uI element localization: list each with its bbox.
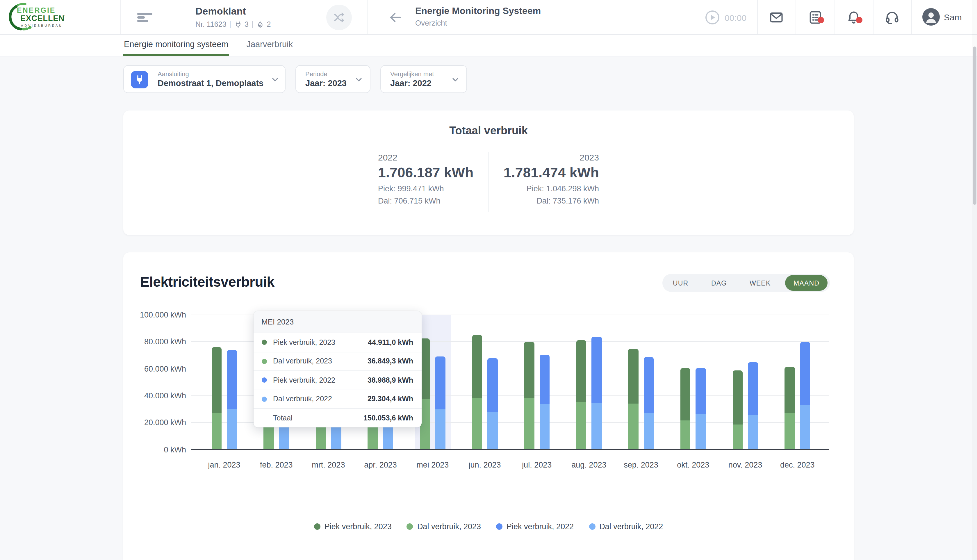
bar-jan-2023-2022[interactable]	[227, 350, 237, 448]
piek-segment	[576, 340, 586, 402]
chart-title: Elektriciteitsverbruik	[140, 274, 275, 290]
dal-segment	[800, 405, 810, 448]
timer-value: 00:00	[725, 13, 747, 22]
legend-dot	[589, 523, 595, 530]
bar-mei-2023-2023[interactable]	[420, 338, 430, 448]
totaal-verbruik-card: Totaal verbruik 2023 1.781.474 kWh Piek:…	[123, 110, 854, 235]
bar-okt-2023-2023[interactable]	[680, 368, 690, 448]
y-tick-label: 100.000 kWh	[116, 310, 186, 319]
filter-value: Jaar: 2022	[390, 78, 432, 88]
bar-aug-2023-2023[interactable]	[576, 340, 586, 448]
tooltip-row-value: 36.849,3 kWh	[368, 357, 413, 365]
tooltip-row: Dal verbruik, 202229.304,4 kWh	[253, 390, 421, 409]
header-divider	[757, 0, 758, 34]
headset-icon[interactable]	[885, 10, 900, 25]
dal-segment	[576, 402, 586, 448]
y-tick-label: 60.000 kWh	[116, 364, 186, 373]
tab-bar: Energie monitoring systeemJaarverbruik	[0, 34, 977, 57]
bar-jun-2023-2022[interactable]	[487, 358, 497, 448]
scrollbar-thumb[interactable]	[973, 47, 976, 205]
company-logo: ENERGIE EXCELLENT ADVIESBUREAU	[8, 3, 65, 32]
bar-sep-2023-2023[interactable]	[629, 348, 639, 448]
range-button-maand[interactable]: MAAND	[785, 275, 827, 291]
scrollbar[interactable]	[972, 0, 977, 560]
bar-aug-2023-2022[interactable]	[592, 337, 602, 448]
tooltip-row-value: 44.911,0 kWh	[368, 338, 413, 347]
filter-periode[interactable]: Periode Jaar: 2023	[295, 65, 370, 93]
dal-value-2022: Dal: 706.715 kWh	[378, 197, 473, 205]
shuffle-button[interactable]	[326, 5, 352, 30]
tab-jaarverbruik[interactable]: Jaarverbruik	[246, 34, 293, 56]
range-button-dag[interactable]: DAG	[703, 275, 735, 291]
y-tick-label: 40.000 kWh	[116, 392, 186, 400]
legend-label: Dal verbruik, 2023	[417, 522, 481, 531]
piek-segment	[539, 355, 550, 404]
news-list-icon[interactable]	[808, 10, 823, 25]
piek-segment	[748, 362, 758, 415]
bar-jul-2023-2023[interactable]	[524, 342, 534, 448]
bar-dec-2023-2022[interactable]	[800, 342, 810, 448]
bar-nov-2023-2023[interactable]	[732, 370, 743, 448]
tab-energie-monitoring-systeem[interactable]: Energie monitoring systeem	[123, 34, 229, 56]
piek-segment	[435, 357, 445, 409]
client-block: Demoklant Nr. 11623 | 3 | 2	[195, 6, 271, 28]
bar-jun-2023-2023[interactable]	[472, 335, 482, 448]
tooltip-row: Piek verbruik, 202344.911,0 kWh	[253, 333, 421, 352]
tooltip-row-label: Dal verbruik, 2023	[273, 357, 368, 365]
bar-mei-2023-2022[interactable]	[435, 357, 445, 448]
dal-segment	[592, 403, 602, 448]
piek-segment	[680, 368, 690, 420]
news-badge	[818, 17, 824, 23]
client-name: Demoklant	[195, 6, 271, 17]
x-tick-label: okt. 2023	[667, 460, 719, 469]
play-icon[interactable]	[705, 10, 720, 25]
range-button-week[interactable]: WEEK	[742, 275, 779, 291]
bar-jul-2023-2022[interactable]	[539, 355, 550, 448]
bar-nov-2023-2022[interactable]	[748, 362, 758, 448]
y-tick-label: 80.000 kWh	[116, 338, 186, 346]
time-tracker[interactable]: 00:00	[705, 10, 747, 25]
plug-icon	[234, 21, 242, 28]
bar-sep-2023-2022[interactable]	[644, 357, 654, 448]
legend-dot	[407, 523, 413, 530]
tooltip-row-label: Piek verbruik, 2022	[273, 376, 368, 384]
separator: |	[252, 20, 253, 28]
mail-icon[interactable]	[769, 10, 784, 25]
range-button-uur[interactable]: UUR	[665, 275, 697, 291]
legend-item[interactable]: Dal verbruik, 2023	[407, 522, 481, 531]
gas-count: 2	[267, 20, 271, 28]
bell-icon[interactable]	[846, 10, 861, 25]
tooltip-rows: Piek verbruik, 202344.911,0 kWhDal verbr…	[253, 333, 421, 427]
series-dot	[262, 397, 267, 402]
legend-item[interactable]: Dal verbruik, 2022	[589, 522, 663, 531]
legend-dot	[496, 523, 502, 530]
legend-dot	[314, 523, 320, 530]
filter-aansluiting[interactable]: Aansluiting Demostraat 1, Demoplaats	[123, 65, 285, 93]
piek-value-2023: Piek: 1.046.298 kWh	[504, 184, 599, 193]
tooltip-row-label: Piek verbruik, 2023	[273, 338, 368, 347]
header-divider	[911, 0, 912, 34]
legend-item[interactable]: Piek verbruik, 2022	[496, 522, 574, 531]
back-arrow-icon[interactable]	[388, 10, 402, 27]
piek-segment	[696, 368, 706, 414]
range-toggle: UURDAGWEEKMAAND	[662, 274, 830, 292]
tooltip-title: MEI 2023	[253, 311, 421, 333]
legend-item[interactable]: Piek verbruik, 2023	[314, 522, 392, 531]
piek-segment	[592, 337, 602, 403]
header-divider	[367, 0, 368, 34]
x-axis-line	[190, 448, 829, 450]
filter-value: Demostraat 1, Demoplaats	[158, 78, 263, 88]
tooltip-total-row: Totaal150.053,6 kWh	[253, 409, 421, 427]
menu-icon[interactable]	[137, 13, 153, 22]
bar-okt-2023-2022[interactable]	[696, 368, 706, 448]
filter-vergelijken-met[interactable]: Vergelijken met Jaar: 2022	[380, 65, 467, 93]
totaal-verbruik-title: Totaal verbruik	[123, 125, 854, 137]
filter-label: Aansluiting	[158, 70, 189, 77]
bar-dec-2023-2023[interactable]	[785, 367, 795, 448]
bar-jan-2023-2023[interactable]	[212, 347, 222, 448]
legend-label: Dal verbruik, 2022	[599, 522, 663, 531]
header-divider	[697, 0, 697, 34]
piek-segment	[227, 350, 237, 409]
x-tick-label: sep. 2023	[615, 460, 667, 469]
user-avatar[interactable]	[922, 8, 940, 26]
